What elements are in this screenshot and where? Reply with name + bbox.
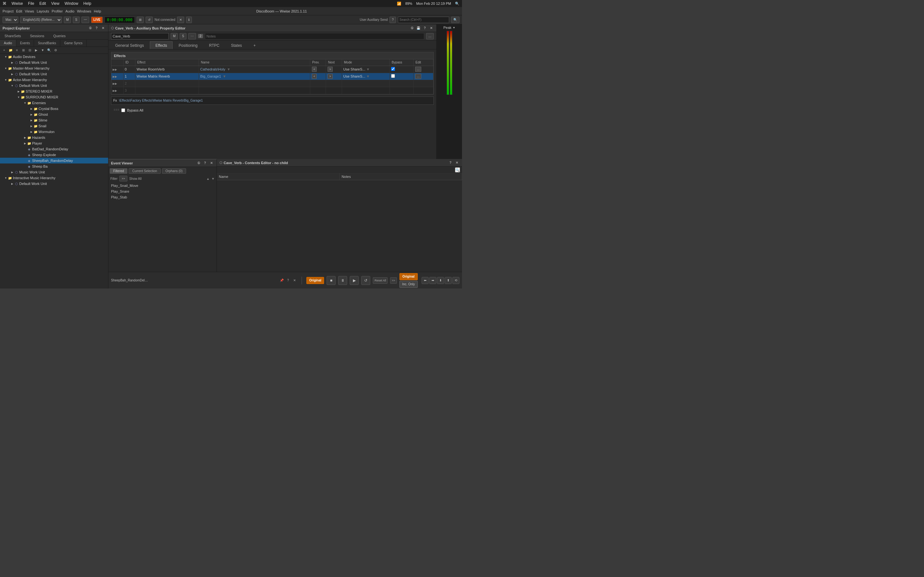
tree-item-stereo-mixer[interactable]: ▶ 📁 STEREO MIXER [0, 89, 108, 94]
transport-pin-btn[interactable]: 📌 [279, 278, 284, 283]
prop-editor-help-btn[interactable]: ? [422, 26, 427, 31]
expand-arrow-stereo[interactable]: ▶ [17, 89, 21, 93]
cell-name-0[interactable]: Cathedrals\Holy ▼ [199, 66, 310, 73]
play-btn[interactable]: ▶ [350, 276, 359, 285]
expand-arrow-slime[interactable]: ▶ [29, 118, 33, 122]
loop2-btn[interactable]: ⟲ [452, 277, 459, 284]
expand-arrow-dwu4[interactable]: ▶ [10, 182, 14, 185]
tab-general-settings[interactable]: General Settings [110, 41, 149, 49]
apple-menu[interactable]: ⌘ [3, 1, 6, 6]
language-select[interactable]: English(US) (Refere... [20, 17, 62, 23]
edit-menu-app[interactable]: Edit [16, 9, 22, 13]
ev-filter-btn[interactable]: >> [120, 176, 128, 181]
tree-item-batdad[interactable]: ◈ BatDad_RandomDelay [0, 146, 108, 152]
list-item[interactable]: Play_Snare [111, 189, 214, 194]
s-button[interactable]: S [73, 17, 79, 23]
expand-arrow-surround[interactable]: ▼ [17, 95, 21, 99]
cell-next-0[interactable]: > [326, 66, 342, 73]
windows-menu[interactable]: Windows [77, 9, 91, 13]
search-input[interactable] [398, 17, 449, 23]
tree-item-music-work-unit[interactable]: ▶ ⬡ Music Work Unit [0, 169, 108, 175]
tree-item-default-work-unit-4[interactable]: ▶ ⬡ Default Work Unit [0, 181, 108, 187]
tree-item-wormulon[interactable]: ▶ 📁 Wormulon [0, 129, 108, 135]
tree-list-btn[interactable]: ≡ [14, 47, 20, 53]
ev-tab-filtered[interactable]: Filtered [110, 168, 128, 174]
views-menu[interactable]: Views [25, 9, 34, 13]
project-menu[interactable]: Project [3, 9, 13, 13]
tab-states[interactable]: States [226, 41, 247, 49]
object-name-field[interactable] [111, 33, 169, 39]
tree-item-master-mixer[interactable]: ▼ 📁 Master-Mixer Hierarchy [0, 65, 108, 71]
search-icon-mac[interactable]: 🔍 [455, 2, 459, 6]
expand-arrow-master-mixer[interactable]: ▼ [4, 66, 8, 70]
cell-effect-0[interactable]: Wwise RoomVerb [135, 66, 199, 73]
expand-arrow-interactive-music[interactable]: ▼ [4, 176, 8, 180]
edit-btn-1[interactable]: … [415, 74, 421, 79]
cell-effect-1[interactable]: Wwise Matrix Reverb [135, 73, 199, 80]
tree-item-default-work-unit-1[interactable]: ▶ ⬡ Default Work Unit [0, 60, 108, 65]
panel-help-btn[interactable]: ? [94, 26, 99, 31]
tree-grid-btn[interactable]: ⊞ [21, 47, 26, 53]
layouts-menu[interactable]: Layouts [37, 9, 49, 13]
expand-arrow-snail[interactable]: ▶ [29, 124, 33, 128]
soundbanks-tab[interactable]: SoundBanks [34, 40, 60, 47]
tab-more[interactable]: + [248, 41, 261, 49]
tree-item-player[interactable]: ▶ 📁 Player [0, 140, 108, 146]
tree-item-sheepbah[interactable]: ◈ SheepBah_RandomDelay [0, 158, 108, 163]
ev-link-btn[interactable]: ① [196, 161, 201, 166]
connections-btn[interactable]: ⋯ [188, 33, 196, 39]
tree-item-sheep-ba[interactable]: ◈ Sheep Ba [0, 163, 108, 169]
cell-next-1[interactable]: > [326, 73, 342, 80]
pause-btn[interactable]: ⏸ [338, 276, 347, 285]
tree-filter-btn[interactable]: ⚙ [53, 47, 58, 53]
panel-close-btn[interactable]: ✕ [100, 26, 105, 31]
tree-item-sheep-explode[interactable]: ◈ Sheep Explode [0, 152, 108, 158]
up-btn[interactable]: ⬆ [445, 277, 452, 284]
wwise-menu[interactable]: Wwise [11, 1, 23, 6]
expand-arrow-audio-devices[interactable]: ▼ [4, 55, 8, 59]
tree-item-default-work-unit-3[interactable]: ▼ ⬡ Default Work Unit [0, 83, 108, 89]
tree-item-actor-mixer[interactable]: ▼ 📁 Actor-Mixer Hierarchy [0, 77, 108, 83]
expand-arrow-crystal-boss[interactable]: ▶ [29, 107, 33, 111]
ev-scroll-down[interactable]: ▼ [212, 177, 215, 181]
ev-scroll-up[interactable]: ▲ [206, 177, 210, 181]
ce-search-btn[interactable]: 🔍 [455, 167, 460, 172]
expand-arrow-enemies[interactable]: ▼ [23, 101, 27, 105]
expand-arrow-dwu2[interactable]: ▶ [10, 72, 14, 76]
expand-arrow-actor-mixer[interactable]: ▼ [4, 78, 8, 82]
queries-tab[interactable]: Queries [49, 32, 70, 39]
view-menu-mac[interactable]: View [51, 1, 59, 6]
expand-arrow-mwu[interactable]: ▶ [10, 170, 14, 174]
panel-link-btn[interactable]: ① [87, 26, 93, 31]
help-btn[interactable]: ? [389, 17, 396, 23]
ev-tab-orphans[interactable]: Orphans (0) [162, 168, 186, 174]
original-mode-btn[interactable]: Original [399, 273, 418, 280]
refresh-btn[interactable]: ↺ [145, 17, 153, 23]
edit-menu[interactable]: Edit [39, 1, 46, 6]
next-btn-0[interactable]: > [328, 67, 333, 72]
tree-import-btn[interactable]: 📁 [8, 47, 13, 53]
ev-help-btn[interactable]: ? [202, 161, 208, 166]
bypass-check-1[interactable] [391, 74, 395, 78]
tree-item-enemies[interactable]: ▼ 📁 Enemies [0, 100, 108, 106]
tab-effects[interactable]: Effects [150, 41, 172, 49]
ev-close-btn[interactable]: ✕ [209, 161, 214, 166]
table-row[interactable]: ▶▶ 2 [111, 80, 433, 87]
inc-only-btn[interactable]: Inc. Only [399, 281, 418, 288]
close-connection-btn[interactable]: ✕ [177, 17, 184, 23]
live-button[interactable]: LIVE [91, 17, 103, 23]
cell-edit-0[interactable]: … [413, 66, 433, 73]
file-menu[interactable]: File [28, 1, 34, 6]
info-btn[interactable]: ℹ [186, 17, 192, 23]
cell-bypass-1[interactable] [389, 73, 413, 80]
sharesets-tab[interactable]: ShareSets [0, 32, 25, 39]
stop-btn[interactable]: ■ [326, 276, 336, 285]
prop-editor-save-btn[interactable]: 💾 [416, 26, 421, 31]
tab-rtpc[interactable]: RTPC [204, 41, 225, 49]
down-btn[interactable]: ⬇ [437, 277, 444, 284]
next-arrow-btn[interactable]: ➡ [429, 277, 436, 284]
window-menu[interactable]: Window [65, 1, 78, 6]
expand-arrow-wormulon[interactable]: ▶ [29, 130, 33, 134]
help-menu-mac[interactable]: Help [83, 1, 91, 6]
transport-close-btn[interactable]: ✕ [292, 278, 297, 283]
